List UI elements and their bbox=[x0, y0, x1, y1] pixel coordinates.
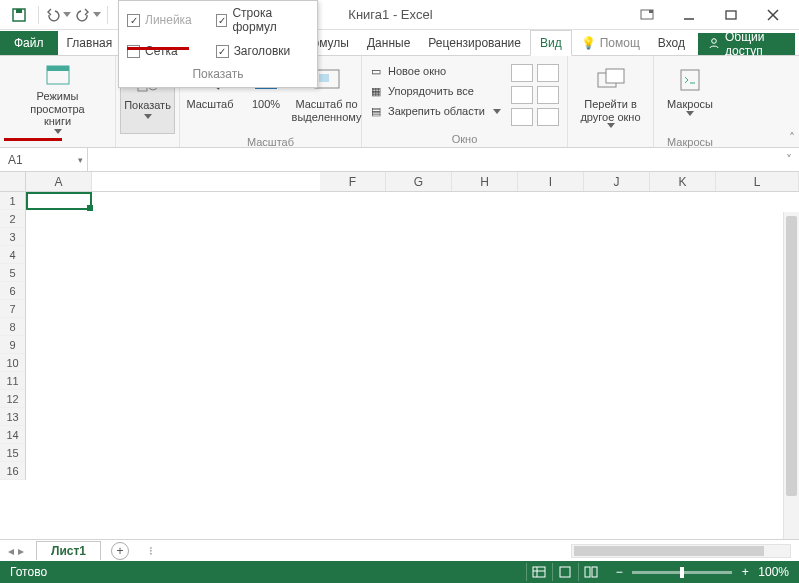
svg-rect-1 bbox=[16, 9, 22, 13]
view-side-button[interactable] bbox=[537, 64, 559, 82]
row-header[interactable]: 5 bbox=[0, 264, 26, 282]
svg-point-8 bbox=[712, 38, 717, 43]
formula-bar[interactable] bbox=[88, 148, 779, 171]
formula-bar-checkbox[interactable]: ✓ Строка формул bbox=[216, 6, 309, 34]
sign-in-button[interactable]: Вход bbox=[649, 31, 694, 55]
popup-group-label: Показать bbox=[119, 63, 317, 87]
row-header[interactable]: 11 bbox=[0, 372, 26, 390]
column-header[interactable]: L bbox=[716, 172, 799, 191]
undo-button[interactable] bbox=[45, 3, 71, 27]
workbook-views-button[interactable]: Режимы просмотра книги bbox=[4, 60, 111, 134]
status-ready: Готово bbox=[0, 565, 47, 579]
select-all-button[interactable] bbox=[0, 172, 26, 191]
switch-windows-button[interactable]: Перейти в другое окно bbox=[572, 60, 649, 134]
zoom-selection-label: Масштаб по выделенному bbox=[292, 98, 362, 123]
row-header[interactable]: 8 bbox=[0, 318, 26, 336]
zoom-control: − + 100% bbox=[612, 565, 789, 579]
svg-rect-27 bbox=[533, 567, 545, 577]
row-header[interactable]: 6 bbox=[0, 282, 26, 300]
row-header[interactable]: 2 bbox=[0, 210, 26, 228]
tab-view[interactable]: Вид bbox=[530, 30, 572, 56]
arrange-all-button[interactable]: ▦Упорядочить все bbox=[366, 82, 503, 100]
group-workbook-views: Режимы просмотра книги bbox=[0, 56, 116, 147]
column-header[interactable]: H bbox=[452, 172, 518, 191]
row-header[interactable]: 14 bbox=[0, 426, 26, 444]
sheet-tab[interactable]: Лист1 bbox=[36, 541, 101, 560]
name-box-dropdown-icon[interactable]: ▾ bbox=[78, 155, 83, 165]
row-header[interactable]: 10 bbox=[0, 354, 26, 372]
headings-checkbox[interactable]: ✓ Заголовки bbox=[216, 44, 291, 58]
sheet-nav-prev[interactable]: ◂ bbox=[8, 544, 14, 558]
zoom-100-label: 100% bbox=[252, 98, 280, 111]
macros-button[interactable]: Макросы bbox=[658, 60, 722, 134]
row-header[interactable]: 9 bbox=[0, 336, 26, 354]
macros-icon bbox=[677, 62, 703, 98]
freeze-panes-button[interactable]: ▤Закрепить области bbox=[366, 102, 503, 120]
svg-rect-24 bbox=[606, 69, 624, 83]
row-header[interactable]: 7 bbox=[0, 300, 26, 318]
sheet-tab-bar: ◂ ▸ Лист1 + ⁝ bbox=[0, 539, 799, 561]
sheet-nav-next[interactable]: ▸ bbox=[18, 544, 24, 558]
split-button[interactable] bbox=[511, 64, 533, 82]
column-header[interactable]: F bbox=[320, 172, 386, 191]
zoom-level[interactable]: 100% bbox=[758, 565, 789, 579]
share-button[interactable]: Общий доступ bbox=[698, 33, 795, 55]
ribbon-collapse-button[interactable]: ˄ bbox=[789, 131, 795, 145]
column-header[interactable]: J bbox=[584, 172, 650, 191]
tab-home[interactable]: Главная bbox=[58, 31, 122, 55]
tab-data[interactable]: Данные bbox=[358, 31, 419, 55]
row-header[interactable]: 15 bbox=[0, 444, 26, 462]
zoom-in-button[interactable]: + bbox=[738, 565, 752, 579]
minimize-button[interactable] bbox=[677, 3, 701, 27]
vertical-scrollbar[interactable] bbox=[783, 212, 799, 539]
redo-button[interactable] bbox=[75, 3, 101, 27]
column-header[interactable]: G bbox=[386, 172, 452, 191]
row-header[interactable]: 3 bbox=[0, 228, 26, 246]
checkbox-icon: ✓ bbox=[127, 14, 140, 27]
tab-file[interactable]: Файл bbox=[0, 31, 58, 55]
column-header[interactable]: I bbox=[518, 172, 584, 191]
save-button[interactable] bbox=[6, 3, 32, 27]
normal-view-button[interactable] bbox=[526, 563, 550, 581]
formula-bar-expand-button[interactable]: ˅ bbox=[779, 148, 799, 171]
sync-scroll-button[interactable] bbox=[537, 86, 559, 104]
maximize-button[interactable] bbox=[719, 3, 743, 27]
svg-rect-5 bbox=[726, 11, 736, 19]
workbook-views-icon bbox=[44, 62, 72, 90]
switch-windows-label: Перейти в другое окно bbox=[580, 98, 640, 123]
show-label: Показать bbox=[124, 99, 171, 112]
new-window-icon: ▭ bbox=[368, 63, 384, 79]
freeze-icon: ▤ bbox=[368, 103, 384, 119]
reset-position-button[interactable] bbox=[537, 108, 559, 126]
horizontal-scrollbar[interactable] bbox=[571, 544, 791, 558]
row-header[interactable]: 13 bbox=[0, 408, 26, 426]
page-break-view-button[interactable] bbox=[578, 563, 602, 581]
scrollbar-thumb[interactable] bbox=[786, 216, 797, 496]
name-box[interactable]: A1 ▾ bbox=[0, 148, 88, 171]
column-header[interactable]: A bbox=[26, 172, 92, 191]
zoom-slider-thumb[interactable] bbox=[680, 567, 684, 578]
view-shortcuts bbox=[526, 563, 602, 581]
column-header[interactable]: K bbox=[650, 172, 716, 191]
hide-button[interactable] bbox=[511, 86, 533, 104]
row-header[interactable]: 1 bbox=[0, 192, 26, 210]
add-sheet-button[interactable]: + bbox=[111, 542, 129, 560]
row-header[interactable]: 12 bbox=[0, 390, 26, 408]
group-label-zoom: Масштаб bbox=[184, 134, 357, 150]
zoom-label: Масштаб bbox=[186, 98, 233, 111]
ribbon-display-button[interactable] bbox=[635, 3, 659, 27]
zoom-slider[interactable] bbox=[632, 571, 732, 574]
grid-rows[interactable]: 1 2 3 4 5 6 7 8 9 10 11 12 13 14 15 16 bbox=[0, 192, 799, 539]
sheet-split-handle[interactable]: ⁝ bbox=[149, 544, 153, 558]
tab-review[interactable]: Рецензирование bbox=[419, 31, 530, 55]
tell-me-search[interactable]: 💡 Помощ bbox=[572, 31, 649, 55]
unhide-button[interactable] bbox=[511, 108, 533, 126]
person-icon bbox=[708, 37, 720, 52]
scrollbar-thumb[interactable] bbox=[574, 546, 764, 556]
row-header[interactable]: 16 bbox=[0, 462, 26, 480]
close-button[interactable] bbox=[761, 3, 785, 27]
page-layout-view-button[interactable] bbox=[552, 563, 576, 581]
new-window-button[interactable]: ▭Новое окно bbox=[366, 62, 503, 80]
row-header[interactable]: 4 bbox=[0, 246, 26, 264]
zoom-out-button[interactable]: − bbox=[612, 565, 626, 579]
